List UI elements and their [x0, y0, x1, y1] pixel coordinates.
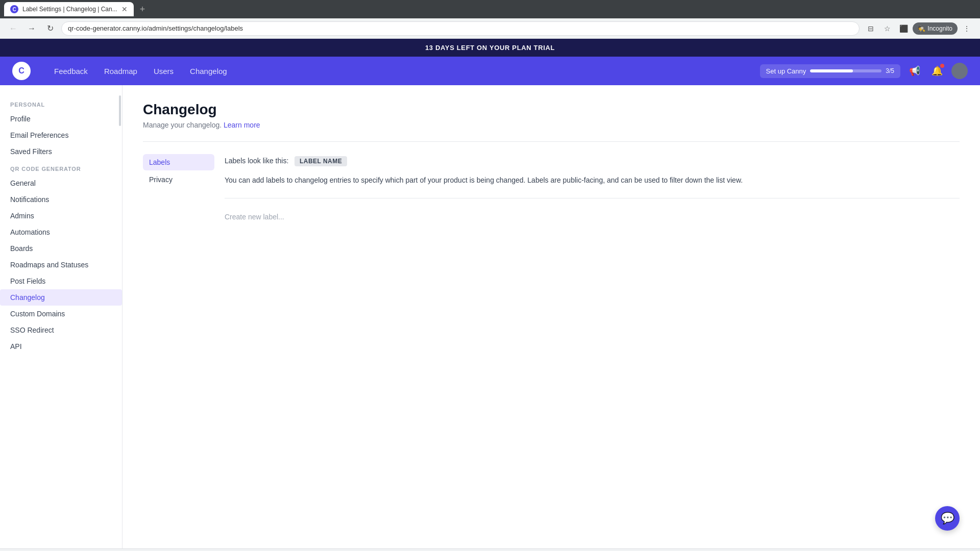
- sidebar-item-saved-filters[interactable]: Saved Filters: [0, 143, 122, 160]
- nav-feedback[interactable]: Feedback: [47, 63, 95, 80]
- trial-banner-text: 13 DAYS LEFT ON YOUR PLAN TRIAL: [425, 44, 555, 52]
- sidebar-item-profile[interactable]: Profile: [0, 111, 122, 127]
- labels-intro-text: Labels look like this: LABEL NAME: [225, 156, 960, 166]
- labels-intro: Labels look like this: LABEL NAME You ca…: [225, 156, 960, 186]
- setup-canny-fill: [810, 69, 853, 72]
- extensions-button[interactable]: ⬛: [896, 21, 911, 36]
- toolbar-actions: ⊟ ☆ ⬛ 🕵 Incognito ⋮: [864, 21, 974, 36]
- address-text: qr-code-generator.canny.io/admin/setting…: [68, 24, 853, 32]
- setup-canny-progress-bar: [810, 69, 881, 72]
- sidebar-personal-label: PERSONAL: [0, 95, 122, 111]
- nav-users[interactable]: Users: [146, 63, 181, 80]
- page-subtitle: Manage your changelog. Learn more: [143, 121, 960, 129]
- nav-changelog[interactable]: Changelog: [183, 63, 234, 80]
- sidebar-item-boards[interactable]: Boards: [0, 240, 122, 257]
- sidebar-item-general[interactable]: General: [0, 175, 122, 191]
- incognito-icon: 🕵: [918, 25, 925, 32]
- nav-roadmap[interactable]: Roadmap: [97, 63, 144, 80]
- header-right: Set up Canny 3/5 📢 🔔: [760, 63, 968, 79]
- cast-button[interactable]: ⊟: [864, 21, 878, 36]
- labels-intro-prefix: Labels look like this:: [225, 157, 288, 165]
- labels-description: You can add labels to changelog entries …: [225, 174, 960, 186]
- learn-more-link[interactable]: Learn more: [224, 121, 260, 129]
- label-name-badge: LABEL NAME: [295, 156, 347, 166]
- tab-favicon: C: [10, 5, 18, 13]
- notifications-button[interactable]: 🔔: [929, 63, 945, 79]
- tab-close-button[interactable]: ✕: [121, 5, 128, 13]
- settings-tabs: Labels Privacy: [143, 154, 225, 225]
- reload-button[interactable]: ↻: [43, 21, 57, 36]
- chat-icon: 💬: [941, 512, 954, 525]
- sidebar-scrollbar[interactable]: [119, 95, 121, 126]
- sidebar-org-label: QR CODE GENERATOR: [0, 160, 122, 175]
- sidebar-item-notifications[interactable]: Notifications: [0, 191, 122, 208]
- broadcast-icon: 📢: [909, 65, 920, 77]
- trial-banner: 13 DAYS LEFT ON YOUR PLAN TRIAL: [0, 39, 980, 57]
- address-bar[interactable]: qr-code-generator.canny.io/admin/setting…: [61, 21, 860, 36]
- back-button[interactable]: ←: [6, 21, 20, 36]
- status-bar: https://qr-code-generator.canny.io/admin…: [0, 548, 980, 551]
- notification-badge: [940, 64, 944, 68]
- app-header: C Feedback Roadmap Users Changelog Set u…: [0, 57, 980, 85]
- setup-canny-label: Set up Canny: [766, 67, 806, 75]
- page-subtitle-text: Manage your changelog.: [143, 121, 222, 129]
- sidebar-item-roadmaps-statuses[interactable]: Roadmaps and Statuses: [0, 257, 122, 273]
- chat-widget-button[interactable]: 💬: [935, 506, 960, 531]
- sidebar-item-custom-domains[interactable]: Custom Domains: [0, 306, 122, 322]
- sidebar-item-api[interactable]: API: [0, 338, 122, 355]
- browser-titlebar: C Label Settings | Changelog | Can... ✕ …: [0, 0, 980, 18]
- sidebar: PERSONAL Profile Email Preferences Saved…: [0, 85, 122, 548]
- settings-layout: Labels Privacy Labels look like this: LA…: [143, 154, 960, 225]
- labels-divider: [225, 198, 960, 198]
- app-nav: Feedback Roadmap Users Changelog: [47, 63, 744, 80]
- app-logo[interactable]: C: [12, 62, 31, 80]
- sidebar-item-changelog-settings[interactable]: Changelog: [0, 289, 122, 306]
- broadcast-button[interactable]: 📢: [906, 63, 923, 79]
- main-layout: PERSONAL Profile Email Preferences Saved…: [0, 85, 980, 548]
- tab-title: Label Settings | Changelog | Can...: [22, 6, 117, 13]
- setup-canny-count: 3/5: [886, 67, 894, 74]
- page-title: Changelog: [143, 102, 960, 118]
- sidebar-item-admins[interactable]: Admins: [0, 208, 122, 224]
- incognito-label: Incognito: [927, 25, 952, 32]
- sidebar-item-post-fields[interactable]: Post Fields: [0, 273, 122, 289]
- sidebar-item-automations[interactable]: Automations: [0, 224, 122, 240]
- tab-labels[interactable]: Labels: [143, 154, 214, 170]
- content-divider: [143, 141, 960, 142]
- content-area: Changelog Manage your changelog. Learn m…: [122, 85, 980, 548]
- menu-button[interactable]: ⋮: [960, 21, 974, 36]
- sidebar-item-email-preferences[interactable]: Email Preferences: [0, 127, 122, 143]
- tab-privacy[interactable]: Privacy: [143, 171, 214, 188]
- new-tab-button[interactable]: +: [140, 4, 145, 15]
- create-label-input[interactable]: Create new label...: [225, 209, 960, 225]
- user-avatar[interactable]: [951, 63, 968, 79]
- forward-button[interactable]: →: [24, 21, 39, 36]
- bookmark-button[interactable]: ☆: [880, 21, 894, 36]
- incognito-indicator: 🕵 Incognito: [913, 22, 958, 35]
- settings-content: Labels look like this: LABEL NAME You ca…: [225, 154, 960, 225]
- browser-tab[interactable]: C Label Settings | Changelog | Can... ✕: [4, 2, 134, 16]
- browser-frame: C Label Settings | Changelog | Can... ✕ …: [0, 0, 980, 551]
- browser-toolbar: ← → ↻ qr-code-generator.canny.io/admin/s…: [0, 18, 980, 39]
- sidebar-item-sso-redirect[interactable]: SSO Redirect: [0, 322, 122, 338]
- setup-canny-bar[interactable]: Set up Canny 3/5: [760, 64, 900, 78]
